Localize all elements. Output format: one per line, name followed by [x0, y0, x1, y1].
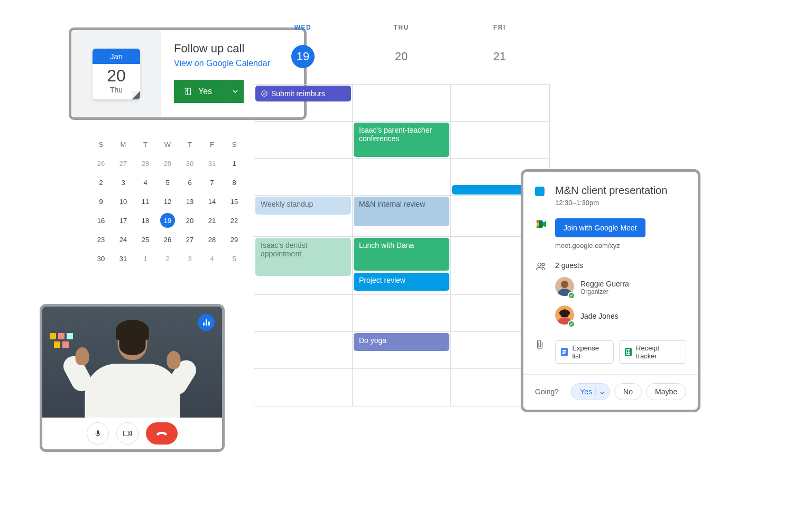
week-column-header[interactable]: FRI21: [450, 24, 549, 68]
mini-cal-day[interactable]: 4: [201, 249, 223, 268]
rsvp-footer: Going? Yes No Maybe: [523, 374, 698, 400]
event-details-card: M&N client presentation 12:30–1:30pm Joi…: [521, 169, 700, 412]
audio-activity-icon: [198, 314, 215, 331]
mini-cal-dow: T: [134, 135, 156, 154]
mini-cal-day[interactable]: 31: [112, 249, 134, 268]
event-submit-reimburs[interactable]: Submit reimburs: [255, 86, 351, 101]
mini-cal-day[interactable]: 16: [90, 211, 112, 230]
rsvp-yes-pill[interactable]: Yes: [571, 383, 610, 400]
mini-cal-day[interactable]: 8: [223, 173, 245, 192]
mini-cal-day[interactable]: 17: [112, 211, 134, 230]
followup-date-panel: Jan 20 Thu: [71, 30, 161, 117]
mini-cal-day[interactable]: 10: [112, 192, 134, 211]
mini-cal-day[interactable]: 22: [223, 211, 245, 230]
svg-point-1: [262, 91, 267, 97]
mini-cal-day[interactable]: 2: [156, 249, 179, 268]
rsvp-yes-label: Yes: [198, 87, 212, 96]
tearoff-month: Jan: [93, 49, 140, 64]
event-lunch-dana[interactable]: Lunch with Dana: [354, 238, 449, 271]
event-project-review[interactable]: Project review: [354, 273, 449, 291]
guest-row: Reggie Guerra Organizer: [555, 277, 686, 298]
week-date-label: 21: [488, 45, 511, 68]
mini-cal-day[interactable]: 2: [90, 173, 112, 192]
svg-rect-3: [124, 431, 130, 436]
mini-cal-day[interactable]: 27: [179, 230, 201, 249]
mute-button[interactable]: [87, 422, 109, 445]
event-weekly-standup[interactable]: Weekly standup: [255, 197, 351, 215]
docs-icon: [561, 348, 568, 356]
week-date-label: 19: [291, 45, 315, 68]
mini-cal-day[interactable]: 20: [179, 211, 201, 230]
mini-cal-day[interactable]: 5: [156, 173, 179, 192]
mini-cal-day[interactable]: 7: [201, 173, 223, 192]
mini-cal-day[interactable]: 29: [156, 154, 179, 173]
rsvp-yes-dropdown[interactable]: [226, 80, 244, 103]
building-sparkle-icon: [183, 87, 193, 96]
week-column-header[interactable]: THU20: [352, 24, 450, 68]
rsvp-no-pill[interactable]: No: [614, 383, 642, 400]
mini-cal-day[interactable]: 25: [134, 230, 156, 249]
week-date-label: 20: [390, 45, 413, 68]
mini-cal-day[interactable]: 23: [90, 230, 112, 249]
mini-cal-day[interactable]: 26: [90, 154, 112, 173]
mini-cal-day[interactable]: 1: [223, 154, 245, 173]
mini-cal-day[interactable]: 24: [112, 230, 134, 249]
event-dentist[interactable]: Isaac's dentist appointment: [255, 238, 351, 276]
week-column-header[interactable]: WED19: [254, 24, 352, 68]
mini-cal-day[interactable]: 13: [179, 192, 201, 211]
mini-cal-day[interactable]: 19: [156, 211, 179, 230]
caret-down-icon: [233, 90, 238, 93]
mini-cal-day[interactable]: 28: [201, 230, 223, 249]
mini-cal-day[interactable]: 3: [179, 249, 201, 268]
mini-cal-day[interactable]: 26: [156, 230, 179, 249]
mini-cal-day[interactable]: 6: [179, 173, 201, 192]
week-view: WED19THU20FRI21 Submit reimburs Isaac's …: [254, 24, 550, 406]
attachment-receipt-tracker[interactable]: Receipt tracker: [619, 340, 686, 364]
mini-cal-day[interactable]: 30: [90, 249, 112, 268]
mini-cal-day[interactable]: 15: [223, 192, 245, 211]
guests-count: 2 guests: [555, 261, 686, 270]
mini-cal-day[interactable]: 5: [223, 249, 245, 268]
mini-cal-day[interactable]: 11: [134, 192, 156, 211]
join-meet-button[interactable]: Join with Google Meet: [555, 218, 645, 237]
week-grid-body: Submit reimburs Isaac's parent-teacher c…: [254, 84, 550, 406]
mini-cal-dow: F: [201, 135, 223, 154]
rsvp-yes-button[interactable]: Yes: [174, 80, 226, 103]
video-participant: [65, 320, 200, 418]
mini-cal-day[interactable]: 3: [112, 173, 134, 192]
accepted-check-icon: [568, 320, 575, 328]
mini-cal-day[interactable]: 21: [201, 211, 223, 230]
camera-button[interactable]: [116, 422, 139, 445]
mini-cal-day[interactable]: 14: [201, 192, 223, 211]
guest-name: Reggie Guerra: [580, 280, 629, 288]
week-dow-label: WED: [254, 24, 352, 31]
mini-cal-day[interactable]: 18: [134, 211, 156, 230]
rsvp-maybe-pill[interactable]: Maybe: [646, 383, 686, 400]
mini-cal-day[interactable]: 12: [156, 192, 179, 211]
guest-row: Jade Jones: [555, 306, 686, 327]
mini-cal-today[interactable]: 19: [160, 213, 175, 228]
caret-down-icon: [595, 387, 604, 396]
mini-cal-day[interactable]: 1: [134, 249, 156, 268]
event-isaac-conferences[interactable]: Isaac's parent-teacher conferences: [354, 123, 449, 157]
camera-icon: [123, 430, 132, 437]
week-dow-label: THU: [352, 24, 450, 31]
event-color-icon: [535, 187, 545, 196]
mini-cal-day[interactable]: 4: [134, 173, 156, 192]
meet-link: meet.google.com/xyz: [555, 242, 645, 249]
mini-cal-day[interactable]: 9: [90, 192, 112, 211]
event-internal-review[interactable]: M&N internal review: [354, 197, 449, 226]
mini-cal-day[interactable]: 30: [179, 154, 201, 173]
svg-point-7: [561, 281, 568, 288]
microphone-icon: [94, 429, 102, 438]
google-meet-icon: [535, 219, 547, 229]
event-do-yoga[interactable]: Do yoga: [354, 333, 449, 351]
mini-cal-day[interactable]: 31: [201, 154, 223, 173]
mini-cal-dow: T: [179, 135, 201, 154]
attachment-expense-list[interactable]: Expense list: [555, 340, 614, 364]
mini-cal-day[interactable]: 29: [223, 230, 245, 249]
mini-cal-day[interactable]: 27: [112, 154, 134, 173]
hangup-button[interactable]: [146, 422, 178, 445]
svg-point-0: [185, 88, 186, 89]
mini-cal-day[interactable]: 28: [134, 154, 156, 173]
